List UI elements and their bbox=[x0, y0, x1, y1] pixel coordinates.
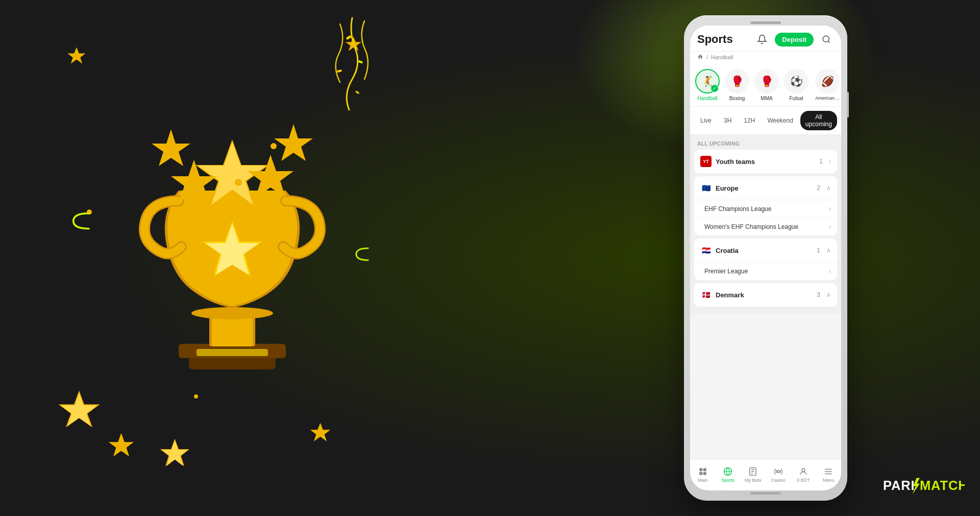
nav-item-main[interactable]: Main bbox=[690, 459, 715, 490]
star-bottom-left-2 bbox=[107, 432, 135, 460]
svg-text:MATCH: MATCH bbox=[920, 478, 965, 492]
deposit-button[interactable]: Deposit bbox=[775, 33, 814, 46]
confetti-ribbons bbox=[322, 15, 383, 143]
ehf-chevron: › bbox=[829, 205, 831, 213]
boxing-label: Boxing bbox=[729, 96, 745, 101]
europe-chevron: ∧ bbox=[826, 184, 831, 192]
league-header-croatia[interactable]: 🇭🇷 Croatia 1 ∧ bbox=[694, 239, 837, 262]
breadcrumb-current[interactable]: Handball bbox=[711, 54, 733, 60]
star-top-left bbox=[66, 46, 87, 66]
star-bottom-center bbox=[158, 437, 191, 470]
sport-item-mma[interactable]: 🥊 MMA bbox=[753, 69, 780, 101]
nav-item-my-bets[interactable]: My Bets bbox=[741, 459, 766, 490]
croatia-premier-league-item[interactable]: Premier League › bbox=[694, 262, 837, 280]
phone-outer: Sports Deposit bbox=[684, 15, 847, 501]
my-bets-nav-icon bbox=[748, 467, 757, 476]
menu-nav-label: Menu bbox=[823, 478, 835, 483]
nav-item-menu[interactable]: Menu bbox=[816, 459, 841, 490]
svg-text:PARI: PARI bbox=[883, 478, 915, 492]
filter-tab-all-upcoming[interactable]: All upcoming bbox=[800, 111, 837, 130]
mma-icon-circle: 🥊 bbox=[754, 69, 779, 93]
svg-rect-37 bbox=[703, 472, 706, 475]
trophy-area bbox=[41, 15, 424, 501]
main-nav-icon bbox=[698, 467, 707, 476]
bdt-nav-label: 0 BDT bbox=[797, 478, 810, 483]
womens-ehf-item[interactable]: Women's EHF Champions League › bbox=[694, 218, 837, 236]
sports-nav-icon bbox=[723, 467, 732, 476]
denmark-count: 3 bbox=[817, 291, 820, 298]
breadcrumb: / Handball bbox=[690, 52, 841, 65]
sport-item-american[interactable]: 🏈 American ... bbox=[813, 69, 841, 101]
nav-item-bdt[interactable]: 0 BDT bbox=[791, 459, 816, 490]
womens-ehf-name: Women's EHF Champions League bbox=[704, 223, 829, 230]
mma-label: MMA bbox=[761, 96, 772, 101]
phone-speaker-bottom bbox=[750, 492, 781, 495]
search-button[interactable] bbox=[819, 32, 834, 47]
notification-bell-button[interactable] bbox=[754, 32, 770, 47]
svg-point-5 bbox=[191, 307, 273, 319]
star-bottom-left bbox=[56, 388, 102, 434]
sport-item-boxing[interactable]: 🥊 Boxing bbox=[724, 69, 750, 101]
futsal-icon-circle: ⚽ bbox=[784, 69, 808, 93]
home-icon[interactable] bbox=[697, 54, 703, 61]
phone-speaker-top bbox=[750, 21, 781, 24]
bdt-nav-icon bbox=[799, 467, 808, 476]
phone-side-button bbox=[847, 92, 849, 118]
league-group-europe: 🇪🇺 Europe 2 ∧ EHF Champions League › Wom… bbox=[694, 176, 837, 236]
active-check-badge: ✓ bbox=[710, 84, 719, 92]
nav-item-sports[interactable]: Sports bbox=[715, 459, 740, 490]
filter-tab-weekend[interactable]: Weekend bbox=[762, 114, 798, 127]
denmark-name: Denmark bbox=[716, 291, 813, 299]
denmark-chevron: ∧ bbox=[826, 291, 831, 298]
svg-rect-24 bbox=[337, 69, 342, 73]
svg-rect-34 bbox=[699, 468, 702, 471]
youth-teams-count: 1 bbox=[819, 158, 823, 165]
league-header-denmark[interactable]: 🇩🇰 Denmark 3 ∧ bbox=[694, 283, 837, 307]
league-header-europe[interactable]: 🇪🇺 Europe 2 ∧ bbox=[694, 176, 837, 200]
filter-tabs: Live 3H 12H Weekend All upcoming bbox=[690, 107, 841, 135]
american-label: American ... bbox=[815, 96, 840, 101]
svg-rect-22 bbox=[346, 35, 352, 40]
main-nav-label: Main bbox=[698, 478, 708, 483]
main-content: ALL UPCOMING YT Youth teams 1 › 🇪🇺 Europ… bbox=[690, 135, 841, 314]
youth-teams-badge: YT bbox=[700, 156, 712, 167]
filter-tab-12h[interactable]: 12H bbox=[739, 114, 760, 127]
croatia-flag: 🇭🇷 bbox=[700, 245, 712, 256]
handball-label: Handball bbox=[697, 96, 717, 101]
futsal-label: Futsal bbox=[789, 96, 803, 101]
filter-tab-3h[interactable]: 3H bbox=[719, 114, 737, 127]
svg-marker-20 bbox=[67, 47, 85, 63]
svg-marker-13 bbox=[274, 124, 313, 161]
star-bottom-right bbox=[309, 421, 332, 444]
filter-tab-live[interactable]: Live bbox=[695, 114, 717, 127]
ehf-champions-name: EHF Champions League bbox=[704, 205, 829, 213]
sport-item-handball[interactable]: 🤾 ✓ Handball bbox=[694, 69, 721, 101]
youth-teams-chevron: › bbox=[829, 158, 831, 165]
svg-rect-23 bbox=[358, 60, 363, 64]
phone-wrapper: Sports Deposit bbox=[684, 15, 847, 501]
league-group-youth: YT Youth teams 1 › bbox=[694, 150, 837, 173]
trophy-svg bbox=[100, 99, 365, 405]
filter-sort-icon[interactable] bbox=[839, 115, 841, 126]
nav-item-casino[interactable]: Casino bbox=[766, 459, 791, 490]
svg-point-26 bbox=[823, 36, 829, 42]
svg-marker-12 bbox=[152, 129, 190, 166]
league-header-youth[interactable]: YT Youth teams 1 › bbox=[694, 150, 837, 173]
my-bets-nav-label: My Bets bbox=[745, 478, 762, 483]
svg-point-43 bbox=[777, 471, 779, 473]
sport-icons-row: 🤾 ✓ Handball 🥊 Boxing 🥊 bbox=[690, 65, 841, 107]
ehf-champions-league-item[interactable]: EHF Champions League › bbox=[694, 200, 837, 218]
svg-point-44 bbox=[802, 468, 805, 472]
svg-rect-36 bbox=[699, 472, 702, 475]
breadcrumb-separator: / bbox=[706, 54, 708, 60]
womens-ehf-chevron: › bbox=[829, 223, 831, 230]
croatia-premier-chevron: › bbox=[829, 268, 831, 275]
sports-nav-label: Sports bbox=[721, 478, 734, 483]
sport-item-futsal[interactable]: ⚽ Futsal bbox=[783, 69, 810, 101]
svg-rect-35 bbox=[703, 468, 706, 471]
green-arc-1 bbox=[71, 209, 94, 232]
croatia-chevron: ∧ bbox=[826, 247, 831, 254]
league-group-denmark: 🇩🇰 Denmark 3 ∧ bbox=[694, 283, 837, 307]
section-label: ALL UPCOMING bbox=[690, 139, 841, 150]
europe-count: 2 bbox=[817, 184, 820, 192]
